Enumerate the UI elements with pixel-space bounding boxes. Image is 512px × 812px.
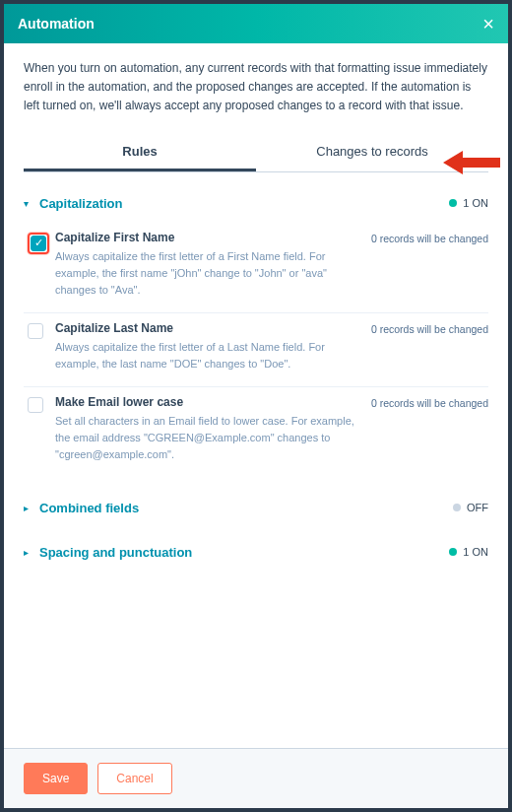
rule-title: Capitalize First Name — [55, 231, 364, 244]
rule-desc: Always capitalize the first letter of a … — [55, 248, 364, 299]
section-spacing: ▸ Spacing and punctuation 1 ON — [24, 539, 488, 566]
chevron-right-icon: ▸ — [24, 547, 33, 558]
modal-header: Automation × — [4, 4, 508, 43]
intro-text: When you turn on automation, any current… — [24, 59, 488, 116]
section-status: OFF — [453, 502, 488, 513]
section-status: 1 ON — [449, 546, 488, 558]
modal-title: Automation — [18, 16, 95, 32]
cancel-button[interactable]: Cancel — [97, 763, 171, 794]
modal-body: When you turn on automation, any current… — [4, 43, 508, 748]
section-title: Combined fields — [39, 501, 139, 515]
rule-make-email-lower: Make Email lower case Set all characters… — [24, 387, 488, 477]
records-changed: 0 records will be changed — [370, 321, 488, 372]
status-dot-off — [453, 504, 461, 511]
checkbox-capitalize-first-name[interactable]: ✓ — [31, 236, 46, 251]
tab-rules[interactable]: Rules — [24, 134, 256, 171]
rules-list: ✓ Capitalize First Name Always capitaliz… — [24, 223, 488, 477]
records-changed: 0 records will be changed — [370, 395, 488, 463]
section-title: Spacing and punctuation — [39, 545, 192, 560]
chevron-down-icon: ▾ — [24, 198, 33, 209]
rule-title: Capitalize Last Name — [55, 321, 364, 335]
section-head-combined[interactable]: ▸ Combined fields OFF — [24, 495, 488, 521]
checkbox-capitalize-last-name[interactable] — [28, 323, 43, 339]
modal-frame: Automation × When you turn on automation… — [0, 0, 512, 812]
checkbox-make-email-lower[interactable] — [28, 397, 43, 413]
rule-title: Make Email lower case — [55, 395, 364, 409]
tab-changes[interactable]: Changes to records — [256, 134, 488, 171]
status-dot-on — [449, 199, 457, 207]
rule-capitalize-first-name: ✓ Capitalize First Name Always capitaliz… — [24, 223, 488, 313]
status-text: OFF — [467, 502, 488, 513]
section-combined-fields: ▸ Combined fields OFF — [24, 495, 488, 521]
section-head-capitalization[interactable]: ▾ Capitalization 1 ON — [24, 190, 488, 217]
records-changed: 0 records will be changed — [370, 231, 488, 299]
close-icon[interactable]: × — [482, 13, 494, 35]
section-status: 1 ON — [449, 197, 488, 209]
tabs: Rules Changes to records — [24, 134, 488, 172]
status-text: 1 ON — [463, 197, 488, 209]
rule-desc: Always capitalize the first letter of a … — [55, 339, 364, 372]
section-head-spacing[interactable]: ▸ Spacing and punctuation 1 ON — [24, 539, 488, 566]
rule-desc: Set all characters in an Email field to … — [55, 413, 364, 463]
rule-capitalize-last-name: Capitalize Last Name Always capitalize t… — [24, 313, 488, 387]
modal-footer: Save Cancel — [4, 748, 508, 808]
status-text: 1 ON — [463, 546, 488, 558]
save-button[interactable]: Save — [24, 763, 88, 794]
section-capitalization: ▾ Capitalization 1 ON ✓ Capitalize — [24, 190, 488, 477]
section-title: Capitalization — [39, 196, 123, 211]
chevron-right-icon: ▸ — [24, 503, 33, 513]
callout-highlight: ✓ — [28, 233, 49, 254]
status-dot-on — [449, 548, 457, 556]
